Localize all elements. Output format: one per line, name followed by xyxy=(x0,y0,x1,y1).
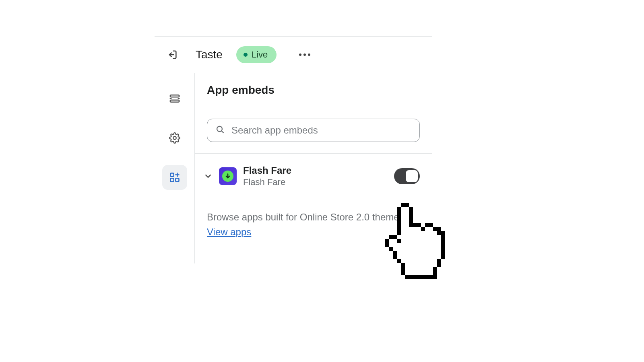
search-section xyxy=(195,108,432,154)
app-icon xyxy=(219,167,237,185)
exit-button[interactable] xyxy=(164,47,180,63)
dots-icon xyxy=(299,53,301,56)
theme-settings-tab[interactable] xyxy=(162,125,187,150)
search-input[interactable] xyxy=(231,125,411,136)
search-icon xyxy=(215,125,225,136)
exit-icon xyxy=(167,49,178,60)
section-title: App embeds xyxy=(195,73,432,108)
more-actions-button[interactable] xyxy=(296,50,314,59)
app-text: Flash Fare Flash Fare xyxy=(243,165,291,187)
app-embed-item[interactable]: Flash Fare Flash Fare xyxy=(195,154,432,199)
view-apps-link[interactable]: View apps xyxy=(207,226,251,237)
svg-rect-0 xyxy=(170,95,179,97)
app-embeds-content: App embeds xyxy=(195,73,432,263)
theme-name-label: Taste xyxy=(196,48,223,61)
status-label: Live xyxy=(252,49,268,60)
svg-rect-6 xyxy=(170,178,173,181)
status-dot-icon xyxy=(244,53,248,57)
toggle-knob xyxy=(406,170,418,182)
status-badge: Live xyxy=(236,46,277,63)
chevron-down-icon xyxy=(204,172,213,181)
svg-rect-5 xyxy=(170,173,173,177)
gear-icon xyxy=(169,132,180,144)
search-field[interactable] xyxy=(207,119,420,142)
svg-rect-1 xyxy=(170,100,179,102)
footer-hint: Browse apps built for Online Store 2.0 t… xyxy=(195,199,432,263)
sections-tab[interactable] xyxy=(162,86,187,111)
app-name: Flash Fare xyxy=(243,165,291,176)
svg-rect-7 xyxy=(175,178,179,181)
app-vendor: Flash Fare xyxy=(243,177,291,187)
download-arrow-icon xyxy=(225,173,231,179)
panel-body: App embeds xyxy=(155,73,432,263)
svg-line-11 xyxy=(221,131,223,133)
theme-editor-panel: Taste Live xyxy=(155,36,432,263)
app-enable-toggle[interactable] xyxy=(394,168,420,184)
svg-point-4 xyxy=(173,136,176,139)
panel-header: Taste Live xyxy=(155,37,432,73)
sections-icon xyxy=(169,93,181,105)
app-embeds-icon xyxy=(169,172,180,183)
footer-text: Browse apps built for Online Store 2.0 t… xyxy=(207,212,407,222)
side-rail xyxy=(155,73,195,263)
app-embeds-tab[interactable] xyxy=(162,165,187,190)
